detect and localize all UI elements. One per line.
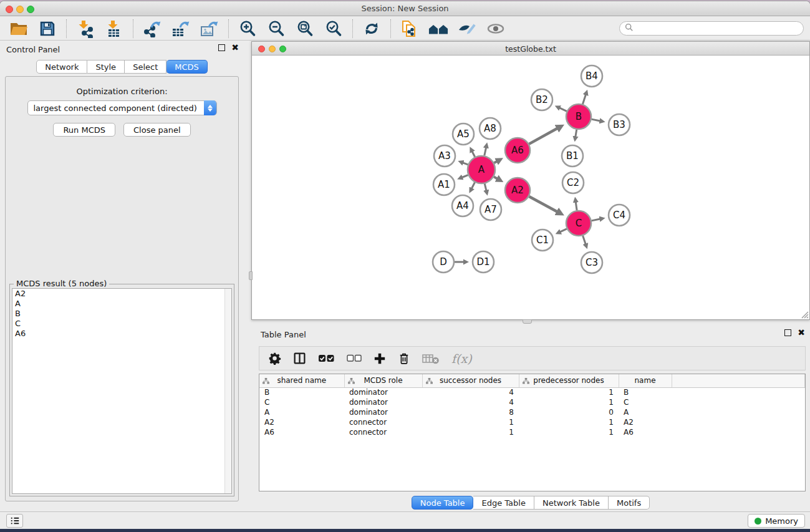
float-panel-icon[interactable]: [218, 44, 225, 51]
columns-icon[interactable]: [293, 352, 306, 365]
table-row[interactable]: Adominator80A: [259, 407, 805, 417]
graph-node-A4[interactable]: A4: [452, 195, 473, 216]
graph-node-A2[interactable]: A2: [505, 178, 530, 203]
graph-node-D1[interactable]: D1: [473, 251, 494, 273]
tab-network-table[interactable]: Network Table: [534, 496, 609, 510]
graph-node-A[interactable]: A: [468, 156, 495, 183]
graph-edge-B-B3[interactable]: [592, 119, 600, 121]
export-image-icon[interactable]: [200, 19, 219, 38]
graph-node-B[interactable]: B: [566, 104, 591, 129]
homes-icon[interactable]: [428, 19, 448, 38]
task-history-button[interactable]: [6, 514, 23, 528]
table-row[interactable]: Bdominator41B: [259, 387, 805, 397]
graph-edge-A-A6[interactable]: [494, 161, 497, 163]
add-icon[interactable]: [374, 352, 386, 365]
mcds-result-item[interactable]: A: [12, 299, 231, 309]
tab-motifs[interactable]: Motifs: [609, 496, 650, 510]
delete-table-icon[interactable]: [422, 352, 440, 365]
column-header-MCDS-role[interactable]: MCDS role: [344, 374, 422, 387]
column-header-successor-nodes[interactable]: successor nodes: [422, 374, 519, 387]
graph-node-A5[interactable]: A5: [453, 123, 474, 145]
resize-grip-icon[interactable]: [799, 309, 809, 319]
column-header-shared-name[interactable]: shared name: [259, 374, 344, 387]
function-builder-icon[interactable]: f(x): [451, 352, 472, 365]
trash-icon[interactable]: [398, 352, 410, 365]
graph-node-A6[interactable]: A6: [505, 138, 530, 163]
search-box[interactable]: [619, 21, 804, 36]
graph-edge-C-C1[interactable]: [560, 229, 567, 232]
graph-edge-A-A4[interactable]: [471, 182, 475, 188]
table-row[interactable]: A2connector11A2: [259, 417, 805, 427]
graph-edge-A-A1[interactable]: [462, 175, 468, 178]
graph-node-D[interactable]: D: [433, 251, 454, 273]
graph-edge-A-A7[interactable]: [485, 183, 486, 190]
zoom-fit-icon[interactable]: [295, 19, 315, 38]
eye-icon[interactable]: [486, 19, 506, 38]
memory-button[interactable]: Memory: [748, 514, 805, 528]
graph-node-C2[interactable]: C2: [562, 172, 584, 193]
column-header-predecessor-nodes[interactable]: predecessor nodes: [519, 374, 619, 387]
network-canvas[interactable]: B4B2BB3A8A5A6A3B1AA1C2A2A4A7C4CC1C3DD1: [253, 56, 809, 319]
graph-node-B3[interactable]: B3: [609, 114, 630, 135]
import-network-icon[interactable]: [75, 19, 95, 38]
graph-node-A8[interactable]: A8: [480, 118, 501, 139]
tab-style[interactable]: Style: [87, 60, 125, 74]
refresh-icon[interactable]: [362, 19, 382, 38]
graph-edge-A-A3[interactable]: [463, 163, 468, 165]
graph-edge-A-A2[interactable]: [494, 177, 498, 178]
graph-edge-A-A8[interactable]: [485, 147, 486, 155]
graph-edge-C-C3[interactable]: [583, 236, 586, 244]
graph-node-A1[interactable]: A1: [433, 174, 455, 195]
save-session-icon[interactable]: [37, 19, 57, 38]
graph-node-C4[interactable]: C4: [609, 205, 630, 226]
check-all-icon[interactable]: [318, 354, 335, 363]
tab-select[interactable]: Select: [125, 60, 166, 74]
graph-edge-B-B4[interactable]: [582, 94, 586, 104]
graph-node-B2[interactable]: B2: [531, 89, 552, 110]
graph-node-A3[interactable]: A3: [434, 145, 455, 167]
graph-edge-B-B1[interactable]: [576, 130, 577, 137]
tab-edge-table[interactable]: Edge Table: [473, 496, 534, 510]
run-mcds-button[interactable]: Run MCDS: [53, 123, 115, 137]
mcds-result-item[interactable]: B: [12, 309, 231, 319]
graph-edge-A6-B[interactable]: [529, 128, 557, 144]
search-input[interactable]: [637, 23, 803, 34]
zoom-in-icon[interactable]: [238, 19, 258, 38]
graph-node-C1[interactable]: C1: [532, 230, 553, 251]
duplicate-network-icon[interactable]: [400, 19, 420, 38]
graph-edge-A2-C[interactable]: [529, 196, 557, 212]
table-float-panel-icon[interactable]: [784, 329, 791, 336]
zoom-out-icon[interactable]: [266, 19, 286, 38]
uncheck-all-icon[interactable]: [347, 354, 362, 362]
graph-edge-C-C4[interactable]: [592, 219, 600, 221]
mcds-result-item[interactable]: A2: [12, 289, 231, 299]
tab-network[interactable]: Network: [36, 60, 87, 74]
table-row[interactable]: Cdominator41C: [259, 397, 805, 407]
horizontal-splitter-handle[interactable]: [523, 319, 532, 324]
tab-mcds[interactable]: MCDS: [166, 60, 208, 74]
graph-node-A7[interactable]: A7: [480, 199, 501, 220]
column-header-name[interactable]: name: [619, 374, 672, 387]
graph-node-C3[interactable]: C3: [581, 252, 602, 273]
gear-icon[interactable]: [268, 352, 281, 365]
table-row[interactable]: A6connector11A6: [259, 427, 805, 437]
zoom-selected-icon[interactable]: [324, 19, 344, 38]
graph-node-B4[interactable]: B4: [581, 65, 602, 87]
vertical-splitter-handle[interactable]: [249, 271, 253, 280]
mcds-result-item[interactable]: C: [12, 319, 231, 329]
mcds-result-list[interactable]: A2ABCA6: [12, 288, 232, 494]
result-list-scrollbar[interactable]: [224, 289, 231, 493]
open-session-icon[interactable]: [9, 19, 29, 38]
close-panel-button[interactable]: Close panel: [123, 123, 191, 137]
export-table-icon[interactable]: [171, 19, 191, 38]
eye-pen-icon[interactable]: [457, 19, 477, 38]
import-table-icon[interactable]: [104, 19, 124, 38]
graph-edge-C-C2[interactable]: [576, 202, 577, 210]
graph-node-C[interactable]: C: [566, 211, 591, 236]
graph-edge-A-A5[interactable]: [472, 152, 475, 157]
close-panel-icon[interactable]: ✖: [231, 44, 239, 51]
table-close-panel-icon[interactable]: ✖: [798, 329, 805, 336]
export-network-icon[interactable]: [142, 19, 162, 38]
mcds-result-item[interactable]: A6: [12, 329, 231, 339]
tab-node-table[interactable]: Node Table: [412, 496, 474, 510]
